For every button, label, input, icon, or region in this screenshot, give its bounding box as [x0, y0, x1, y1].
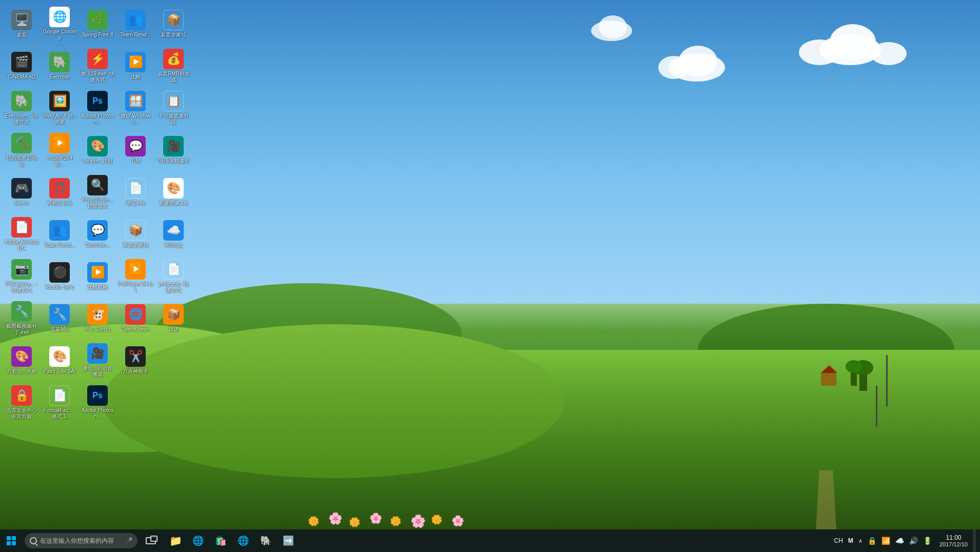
desktop-icon-icon-43[interactable]: 🎥OBS绿精魂手 [155, 129, 192, 170]
desktop-icon-icon-47[interactable]: 📦日达 [155, 298, 192, 339]
desktop-icon-icon-38[interactable]: 🌐Opera Neon [117, 298, 154, 339]
desktop-icon-icon-30[interactable]: PsAdobe Photosh... [79, 382, 116, 423]
icon-label-icon-43: OBS绿精魂手 [158, 158, 189, 164]
desktop-icon-icon-12[interactable]: 🐘Evernote [41, 45, 78, 86]
evernote-taskbar-icon: 🐘 [260, 535, 271, 546]
icon-label-icon-4: 我的世界启动器 [4, 155, 39, 167]
edge-icon: 🌐 [192, 535, 204, 546]
desktop-icon-icon-18[interactable]: 🔧安装MU [41, 298, 78, 339]
icon-label-icon-16: Team Rend... [44, 242, 74, 248]
desktop-icon-icon-42[interactable]: 📋中信搜签速升级 [155, 87, 192, 128]
desktop-icon-icon-32[interactable]: ▶️优酷 [117, 45, 154, 86]
desktop-icon-icon-41[interactable]: 💰装置RMB创改成 [155, 45, 192, 86]
desktop-icon-icon-26[interactable]: 💬Commun... [79, 213, 116, 254]
desktop-icon-icon-23[interactable]: PsAdobe Photosh... [79, 87, 116, 128]
desktop-icon-icon-44[interactable]: 🎨新建图像.sai [155, 171, 192, 212]
desktop-icon-icon-8[interactable]: 🔧截图截视频补丁.exe [3, 298, 40, 339]
network-icon[interactable]: 📶 [879, 529, 893, 552]
desktop-icon-icon-39[interactable]: ✂️万兴神剪手 [117, 340, 154, 381]
icon-label-icon-23: Adobe Photosh... [80, 113, 115, 125]
desktop-icon-icon-40[interactable]: 📦装置全家垃 [155, 3, 192, 44]
desktop-icon-icon-22[interactable]: ⚡激活19.exe -快捷方式 [79, 45, 116, 86]
hill [103, 324, 564, 478]
desktop-icon-icon-5[interactable]: 🎮Steam [3, 171, 40, 212]
icon-label-icon-2: CINEMA 4D [8, 74, 35, 80]
desktop-icon-icon-45[interactable]: ☁️360云盘 [155, 213, 192, 254]
desktop-icon-icon-34[interactable]: 💬TIM [117, 129, 154, 170]
icon-label-icon-24: sai.exe -好用 [83, 158, 112, 164]
desktop-icon-icon-33[interactable]: 🪟微软 Windows... [117, 87, 154, 128]
desktop-icon-icon-31[interactable]: 👥Team Rend... [117, 3, 154, 44]
desktop-icon-icon-28[interactable]: 🐮千牛 工台台 [79, 298, 116, 339]
icon-image-icon-40: 📦 [163, 10, 184, 30]
desktop-icon-icon-13[interactable]: 🖼️Snap Art 4 超...效果 [41, 87, 78, 128]
pinned-arrow[interactable]: ➡️ [277, 529, 300, 552]
desktop-icon-icon-1[interactable]: 🖥️桌面 [3, 3, 40, 44]
desktop-icon-icon-16[interactable]: 👥Team Rend... [41, 213, 78, 254]
icon-image-icon-39: ✂️ [125, 346, 146, 367]
desktop-icon-icon-9[interactable]: 🎨万彩动...大师 [3, 340, 40, 381]
icon-image-icon-34: 💬 [125, 136, 146, 156]
date-display: 2017/12/10 [939, 541, 968, 547]
desktop-icon-icon-35[interactable]: 📄迪远.exe [117, 171, 154, 212]
system-tray: CH M ∧ 🔒 📶 ☁️ 🔊 🔋 11:00 2017/12/10 [832, 529, 980, 552]
chrome-taskbar-icon: 🌐 [238, 535, 249, 546]
icon-image-icon-21: 🌿 [87, 10, 108, 30]
icon-image-icon-24: 🎨 [87, 136, 108, 156]
cloud-icon[interactable]: ☁️ [893, 529, 907, 552]
desktop-icon-icon-20[interactable]: 📄FormatFac... -格式工 [41, 382, 78, 423]
pinned-app-1[interactable]: 🛍️ [209, 529, 232, 552]
desktop-icon-icon-37[interactable]: ▶️PotPlayer 64 bit [117, 255, 154, 297]
desktop-icon-icon-46[interactable]: 📄ymde.exe -快捷方式 [155, 255, 192, 297]
desktop-icon-icon-6[interactable]: 📄Adobe Acrobat DC [3, 213, 40, 254]
icon-label-icon-29: 微先...启动直播器 [80, 365, 115, 378]
icon-image-icon-25: 🔍 [87, 175, 108, 195]
icon-label-icon-18: 安装MU [50, 326, 69, 332]
desktop-icon-icon-2[interactable]: 🎬CINEMA 4D [3, 45, 40, 86]
desktop-icon-icon-29[interactable]: 🎥微先...启动直播器 [79, 340, 116, 381]
show-desktop-button[interactable] [973, 529, 976, 552]
desktop-icon-icon-19[interactable]: 🎨Paint Tool SAI [41, 340, 78, 381]
clock[interactable]: 11:00 2017/12/10 [934, 529, 973, 552]
desktop-icon-icon-36[interactable]: 📦装置全家拍 [117, 213, 154, 254]
pinned-evernote[interactable]: 🐘 [254, 529, 277, 552]
desktop-icon-icon-24[interactable]: 🎨sai.exe -好用 [79, 129, 116, 170]
desktop-icon-icon-15[interactable]: 🎵网易云音乐 [41, 171, 78, 212]
icon-label-icon-46: ymde.exe -快捷方式 [156, 281, 191, 293]
desktop-icon-icon-25[interactable]: 🔍PhotoZoom... 超级放大 [79, 171, 116, 212]
icon-label-icon-37: PotPlayer 64 bit [118, 281, 153, 293]
desktop-icon-icon-21[interactable]: 🌿Spring Free 8 [79, 3, 116, 44]
tray-arrow[interactable]: ∧ [856, 529, 865, 552]
pinned-file-explorer[interactable]: 📁 [164, 529, 187, 552]
desktop-icon-icon-4[interactable]: ⛏️我的世界启动器 [3, 129, 40, 170]
icon-label-icon-39: 万兴神剪手 [123, 368, 148, 374]
icon-label-icon-9: 万彩动...大师 [7, 368, 36, 374]
volume-icon[interactable]: 🔊 [907, 529, 920, 552]
desktop-icon-icon-11[interactable]: 🌐Google Chrome [41, 3, 78, 44]
ime-indicator[interactable]: M [846, 529, 856, 552]
search-bar[interactable]: 在这里输入你想搜索的内容 🎤 [25, 533, 138, 548]
desktop-icon-icon-7[interactable]: 📷FSCapture... -快捷方式 [3, 255, 40, 297]
store-icon: 🛍️ [215, 535, 226, 546]
windows-logo-icon [7, 536, 16, 545]
icon-image-icon-35: 📄 [125, 178, 146, 199]
pinned-edge[interactable]: 🌐 [187, 529, 209, 552]
voice-search-icon[interactable]: 🎤 [125, 537, 132, 544]
desktop-icon-icon-14[interactable]: ▶️recordit264 超... [41, 129, 78, 170]
security-icon[interactable]: 🔒 [865, 529, 879, 552]
icon-image-icon-31: 👥 [125, 10, 146, 30]
start-button[interactable] [0, 529, 23, 552]
desktop-icon-icon-17[interactable]: ⚫Readio Sync [41, 255, 78, 297]
icon-image-icon-17: ⚫ [49, 262, 70, 283]
icon-image-icon-27: ▶️ [87, 262, 108, 283]
desktop-icon-icon-27[interactable]: ▶️优酷视频 [79, 255, 116, 297]
icon-image-icon-26: 💬 [87, 220, 108, 241]
icon-image-icon-45: ☁️ [163, 220, 184, 241]
icon-image-icon-47: 📦 [163, 304, 184, 325]
desktop-icon-icon-10[interactable]: 🔒迅雷安全中心非官方版 [3, 382, 40, 423]
battery-icon[interactable]: 🔋 [920, 529, 934, 552]
desktop-icon-icon-3[interactable]: 🐘Evernote... -快捷方式 [3, 87, 40, 128]
task-view-button[interactable] [140, 529, 162, 552]
pinned-chrome[interactable]: 🌐 [232, 529, 254, 552]
language-indicator[interactable]: CH [832, 529, 846, 552]
